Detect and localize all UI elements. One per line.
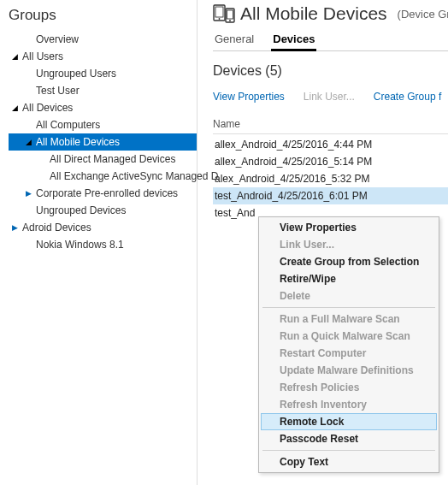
tree-item-label: All Devices <box>22 102 73 114</box>
chevron-down-icon[interactable]: ◢ <box>24 138 32 146</box>
table-row[interactable]: allex_Android_4/25/2016_4:44 PM <box>213 136 448 153</box>
menu-item[interactable]: Create Group from Selection <box>261 253 437 270</box>
tree-item-label: Adroid Devices <box>22 222 91 234</box>
menu-item: Run a Full Malware Scan <box>261 311 437 328</box>
tree-item[interactable]: Ungrouped Users <box>9 65 197 82</box>
tree-item-label: Corporate Pre-enrolled devices <box>36 187 178 199</box>
column-header-name[interactable]: Name <box>213 115 448 134</box>
chevron-right-icon[interactable]: ▶ <box>24 189 32 198</box>
tree-item-label: Ungrouped Users <box>36 68 116 80</box>
chevron-right-icon[interactable]: ▶ <box>10 223 19 232</box>
menu-item: Restart Computer <box>261 345 437 362</box>
section-heading: Devices (5) <box>213 63 448 79</box>
tree-item[interactable]: ◢All Users <box>9 48 197 65</box>
svg-point-2 <box>219 18 221 20</box>
tree-item[interactable]: All Computers <box>9 116 197 133</box>
tree-item[interactable]: All Exchange ActiveSync Managed D <box>9 168 197 185</box>
tree-item-label: Test User <box>36 85 80 97</box>
action-links: View PropertiesLink User...Create Group … <box>213 91 448 103</box>
tree-item[interactable]: Test User <box>9 82 197 99</box>
tabs: GeneralDevices <box>213 29 448 51</box>
tree-item[interactable]: ◢All Mobile Devices <box>9 133 197 151</box>
menu-item: Link User... <box>261 236 437 253</box>
tree-item-label: All Users <box>22 50 63 62</box>
svg-point-5 <box>229 20 231 21</box>
tree-item[interactable]: ▶Corporate Pre-enrolled devices <box>9 185 197 202</box>
context-menu: View PropertiesLink User...Create Group … <box>258 216 439 473</box>
title-row: All Mobile Devices (Device Grou <box>213 3 448 24</box>
tree-item-label: Overview <box>36 33 79 45</box>
tab-general[interactable]: General <box>213 29 256 50</box>
table-row[interactable]: allex_Android_4/25/2016_5:14 PM <box>213 153 448 170</box>
menu-item: Delete <box>261 287 437 305</box>
menu-item: Refresh Policies <box>261 379 437 396</box>
tree-item[interactable]: ◢All Devices <box>9 99 197 116</box>
page-subtitle: (Device Grou <box>398 8 448 21</box>
tab-devices[interactable]: Devices <box>271 29 316 50</box>
tree-item[interactable]: Overview <box>9 31 197 48</box>
mobile-devices-icon <box>213 4 235 23</box>
sidebar-title: Groups <box>9 7 197 24</box>
tree-item-label: All Direct Managed Devices <box>50 153 175 165</box>
table-row[interactable]: test_Android_4/25/2016_6:01 PM <box>213 187 448 204</box>
table-body: allex_Android_4/25/2016_4:44 PMallex_And… <box>213 136 448 222</box>
tree: Overview◢All UsersUngrouped UsersTest Us… <box>9 31 197 253</box>
menu-item[interactable]: Passcode Reset <box>261 430 437 447</box>
menu-item: Update Malware Definitions <box>261 362 437 379</box>
tree-item[interactable]: ▶Adroid Devices <box>9 219 197 236</box>
tree-item[interactable]: Nokia Windows 8.1 <box>9 236 197 253</box>
menu-separator <box>262 450 435 451</box>
chevron-down-icon[interactable]: ◢ <box>10 104 19 112</box>
tree-item[interactable]: All Direct Managed Devices <box>9 151 197 168</box>
menu-item[interactable]: View Properties <box>261 219 437 236</box>
menu-item[interactable]: Copy Text <box>261 453 437 470</box>
menu-item: Run a Quick Malware Scan <box>261 328 437 345</box>
menu-separator <box>262 307 435 308</box>
sidebar: Groups Overview◢All UsersUngrouped Users… <box>0 0 197 485</box>
menu-item[interactable]: Retire/Wipe <box>261 270 437 287</box>
table-row[interactable]: alex_Android_4/25/2016_5:32 PM <box>213 170 448 187</box>
action-link[interactable]: Create Group f <box>374 91 441 103</box>
tree-item-label: Nokia Windows 8.1 <box>36 239 124 251</box>
action-link: Link User... <box>304 91 355 103</box>
chevron-down-icon[interactable]: ◢ <box>10 52 19 61</box>
tree-item-label: All Exchange ActiveSync Managed D <box>50 170 218 182</box>
menu-item[interactable]: Remote Lock <box>261 413 437 430</box>
tree-item-label: All Mobile Devices <box>36 136 120 148</box>
menu-item: Refresh Inventory <box>261 396 437 413</box>
svg-rect-1 <box>215 7 223 17</box>
page-title: All Mobile Devices <box>240 3 387 24</box>
tree-item[interactable]: Ungrouped Devices <box>9 202 197 219</box>
tree-item-label: Ungrouped Devices <box>36 204 126 216</box>
tree-item-label: All Computers <box>36 119 100 131</box>
action-link[interactable]: View Properties <box>213 91 285 103</box>
